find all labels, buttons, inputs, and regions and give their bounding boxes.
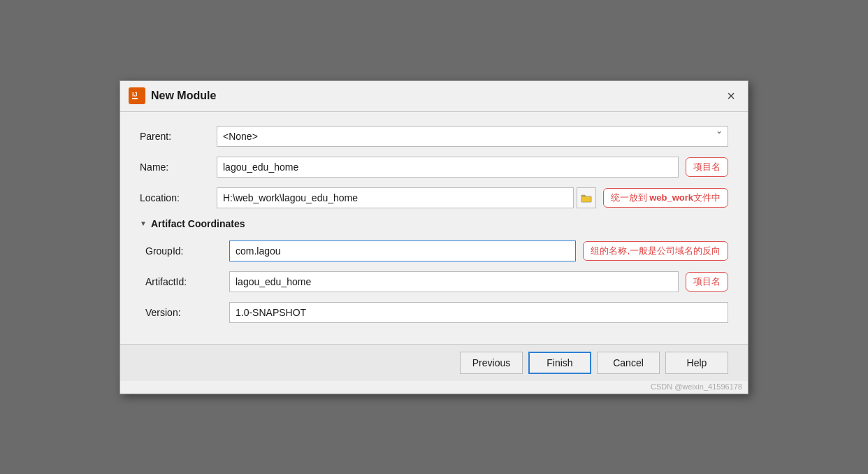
folder-icon (581, 193, 592, 203)
svg-rect-1 (132, 98, 138, 99)
parent-dropdown[interactable]: <None> (217, 126, 728, 147)
help-button[interactable]: Help (665, 352, 728, 374)
location-annotation: 统一放到 web_work文件中 (603, 188, 728, 208)
cancel-button[interactable]: Cancel (597, 352, 660, 374)
groupid-label: GroupId: (145, 245, 229, 257)
browse-folder-button[interactable] (577, 187, 596, 208)
dialog-footer: Previous Finish Cancel Help (120, 344, 748, 381)
artifact-section-label: Artifact Coordinates (151, 218, 245, 229)
title-bar: IJ New Module × (120, 81, 748, 112)
artifactid-annotation: 项目名 (686, 272, 728, 292)
collapse-triangle-icon[interactable]: ▼ (140, 220, 147, 227)
artifact-section-header: ▼ Artifact Coordinates (140, 218, 728, 229)
watermark: CSDN @weixin_41596178 (120, 381, 748, 394)
version-row: Version: (145, 302, 728, 323)
location-row: Location: 统一放到 web_work文件中 (140, 187, 728, 208)
svg-text:IJ: IJ (132, 91, 138, 98)
name-row: Name: 项目名 (140, 157, 728, 178)
previous-button[interactable]: Previous (460, 352, 523, 374)
artifactid-label: ArtifactId: (145, 276, 229, 287)
app-icon: IJ (129, 87, 145, 104)
artifactid-row: ArtifactId: 项目名 (145, 271, 728, 292)
name-input[interactable] (217, 157, 679, 178)
parent-label: Parent: (140, 131, 217, 142)
dialog-title: New Module (151, 89, 216, 102)
groupid-row: GroupId: 组的名称,一般是公司域名的反向 (145, 240, 728, 261)
name-label: Name: (140, 161, 217, 173)
groupid-input[interactable] (229, 240, 576, 261)
version-input[interactable] (229, 302, 728, 323)
name-annotation: 项目名 (686, 157, 728, 177)
finish-button[interactable]: Finish (528, 352, 591, 374)
artifactid-input[interactable] (229, 271, 679, 292)
parent-row: Parent: <None> ⌄ (140, 126, 728, 147)
location-label: Location: (140, 192, 217, 203)
location-input[interactable] (217, 187, 574, 208)
close-button[interactable]: × (723, 87, 739, 104)
groupid-annotation: 组的名称,一般是公司域名的反向 (583, 241, 728, 261)
version-label: Version: (145, 307, 229, 318)
